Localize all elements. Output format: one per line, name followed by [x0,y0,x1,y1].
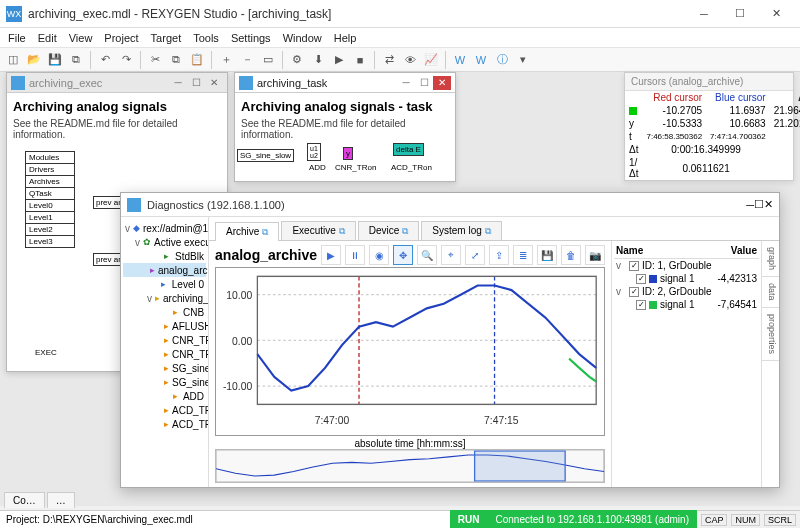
snapshot-icon[interactable]: 📷 [585,245,605,265]
tree-item-acd_tron[interactable]: ▸ACD_TRon [123,417,206,431]
save-plot-icon[interactable]: 💾 [537,245,557,265]
diag-close-icon[interactable]: ✕ [764,198,773,211]
menu-project[interactable]: Project [104,32,138,44]
plot-toolbar: analog_archive ▶ ⏸ ◉ ✥ 🔍 ⌖ ⤢ ⇪ ≣ 💾 🗑 [215,245,605,265]
tree-root[interactable]: v◆rex://admin@192.168.1.100... [123,221,206,235]
zoom-icon[interactable]: 🔍 [417,245,437,265]
menu-file[interactable]: File [8,32,26,44]
legend-row[interactable]: ✓signal 1-7,64541 [614,298,759,311]
child-max-icon[interactable]: ☐ [415,76,433,90]
plot-overview[interactable] [215,449,605,483]
popout-icon[interactable]: ⧉ [485,226,491,236]
open-icon[interactable]: 📂 [25,51,43,69]
popout-icon[interactable]: ⧉ [339,226,345,236]
tab-executive[interactable]: Executive⧉ [281,221,355,240]
diag-min-icon[interactable]: ─ [746,199,754,211]
redo-icon[interactable]: ↷ [117,51,135,69]
blk-sg-sine-slow[interactable]: SG_sine_slow [237,149,294,162]
tree-item-sg_sine_slow[interactable]: ▸SG_sine_slow [123,375,206,389]
diag-titlebar[interactable]: Diagnostics (192.168.1.100) ─ ☐ ✕ [121,193,779,217]
tree-item-sg_sine_fast[interactable]: ▸SG_sine_fast [123,361,206,375]
legend-row[interactable]: v✓ID: 1, GrDouble [614,259,759,272]
tab-archive[interactable]: Archive⧉ [215,222,279,241]
connect-icon[interactable]: ⇄ [380,51,398,69]
new-icon[interactable]: ◫ [4,51,22,69]
blk-add[interactable]: u1u2 [307,143,321,161]
popout-icon[interactable]: ⧉ [402,226,408,236]
wx-icon[interactable]: W [451,51,469,69]
plot-chart[interactable]: -10.000.0010.007:47:007:47:15 [215,267,605,436]
list-icon[interactable]: ≣ [513,245,533,265]
pause-icon[interactable]: ⏸ [345,245,365,265]
child-task-titlebar[interactable]: archiving_task ─ ☐ ✕ [235,73,455,93]
info-icon[interactable]: ⓘ [493,51,511,69]
saveall-icon[interactable]: ⧉ [67,51,85,69]
bottom-tab-2[interactable]: … [47,492,75,508]
download-icon[interactable]: ⬇ [309,51,327,69]
watch-icon[interactable]: 👁 [401,51,419,69]
stop-icon[interactable]: ■ [351,51,369,69]
tree-item-stdblk[interactable]: ▸StdBlk [123,249,206,263]
cut-icon[interactable]: ✂ [146,51,164,69]
wx2-icon[interactable]: W [472,51,490,69]
close-button[interactable]: ✕ [758,2,794,26]
fit-icon[interactable]: ⤢ [465,245,485,265]
record-icon[interactable]: ◉ [369,245,389,265]
paste-icon[interactable]: 📋 [188,51,206,69]
tree-item-aflush[interactable]: ▸AFLUSH [123,319,206,333]
undo-icon[interactable]: ↶ [96,51,114,69]
save-icon[interactable]: 💾 [46,51,64,69]
menu-target[interactable]: Target [151,32,182,44]
legend-row[interactable]: v✓ID: 2, GrDouble [614,285,759,298]
move-icon[interactable]: ✥ [393,245,413,265]
popout-icon[interactable]: ⧉ [262,227,268,237]
menu-help[interactable]: Help [334,32,357,44]
tab-device[interactable]: Device⧉ [358,221,420,240]
child-min-icon[interactable]: ─ [169,76,187,90]
menu-edit[interactable]: Edit [38,32,57,44]
zoom-out-icon[interactable]: － [238,51,256,69]
tree-item-cnr_troff[interactable]: ▸CNR_TRoff [123,333,206,347]
tree-item-add[interactable]: ▸ADD [123,389,206,403]
child-min-icon[interactable]: ─ [397,76,415,90]
clear-icon[interactable]: 🗑 [561,245,581,265]
child-exec-titlebar[interactable]: archiving_exec ─ ☐ ✕ [7,73,227,93]
play-icon[interactable]: ▶ [321,245,341,265]
dropdown-icon[interactable]: ▾ [514,51,532,69]
child-close-icon[interactable]: ✕ [205,76,223,90]
side-tab-graph[interactable]: graph [762,241,779,277]
menu-view[interactable]: View [69,32,93,44]
cursor-cell: 11.6937 [706,104,770,117]
menu-settings[interactable]: Settings [231,32,271,44]
side-tab-data[interactable]: data [762,277,779,308]
child-close-icon[interactable]: ✕ [433,76,451,90]
cursor-icon[interactable]: ⌖ [441,245,461,265]
tree-item-level-0[interactable]: ▸Level 0 [123,277,206,291]
tree-item-analog_archive[interactable]: ▸analog_archive [123,263,206,277]
zoom-in-icon[interactable]: ＋ [217,51,235,69]
zoom-fit-icon[interactable]: ▭ [259,51,277,69]
export-icon[interactable]: ⇪ [489,245,509,265]
diag-max-icon[interactable]: ☐ [754,198,764,211]
bottom-tab-1[interactable]: Co… [4,492,45,508]
tree-item-cnb[interactable]: ▸CNB [123,305,206,319]
tree-active-executive[interactable]: v✿Active executive [123,235,206,249]
tree-item-cnr_tron[interactable]: ▸CNR_TRon [123,347,206,361]
side-tab-properties[interactable]: properties [762,308,779,361]
menu-window[interactable]: Window [283,32,322,44]
minimize-button[interactable]: ─ [686,2,722,26]
legend-row[interactable]: ✓signal 1-4,42313 [614,272,759,285]
tab-system-log[interactable]: System log⧉ [421,221,501,240]
compile-icon[interactable]: ⚙ [288,51,306,69]
run-icon[interactable]: ▶ [330,51,348,69]
child-max-icon[interactable]: ☐ [187,76,205,90]
tree-item-archiving_task[interactable]: v▸archiving_task [123,291,206,305]
blk-cnr-tron[interactable]: y [343,147,353,160]
copy-icon[interactable]: ⧉ [167,51,185,69]
diag-tree[interactable]: v◆rex://admin@192.168.1.100... v✿Active … [121,217,209,487]
tree-item-acd_troff[interactable]: ▸ACD_TRoff [123,403,206,417]
menu-tools[interactable]: Tools [193,32,219,44]
blk-acd-tron[interactable]: delta E [393,143,424,156]
plot-icon[interactable]: 📈 [422,51,440,69]
maximize-button[interactable]: ☐ [722,2,758,26]
